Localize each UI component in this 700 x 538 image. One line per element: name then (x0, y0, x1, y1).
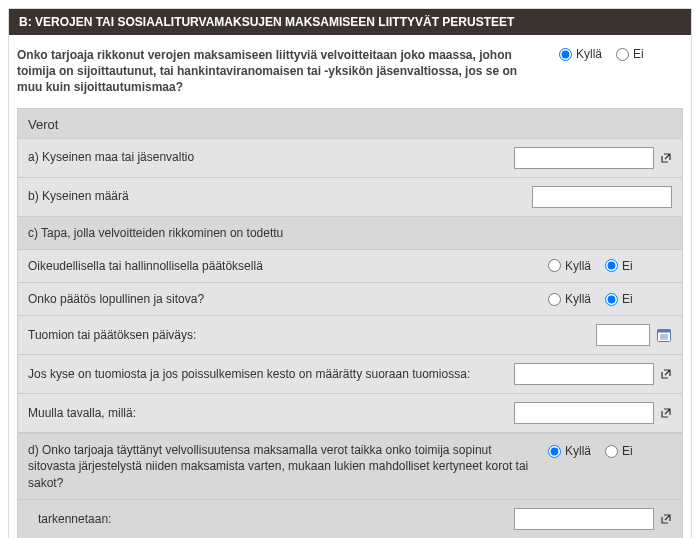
calendar-icon[interactable] (656, 327, 672, 343)
d-no-option[interactable]: Ei (605, 444, 633, 458)
amount-input[interactable] (532, 186, 672, 208)
row-c5-label: Muulla tavalla, millä: (28, 405, 502, 421)
row-a-label: a) Kyseinen maa tai jäsenvaltio (28, 149, 502, 165)
c2-yes-option[interactable]: Kyllä (548, 292, 591, 306)
row-c1-label: Oikeudellisella tai hallinnollisella pää… (28, 258, 536, 274)
top-yes-option[interactable]: Kyllä (559, 47, 602, 61)
c1-no-radio[interactable] (605, 259, 618, 272)
row-d: d) Onko tarjoaja täyttänyt velvollisuute… (18, 433, 682, 500)
top-question-row: Onko tarjoaja rikkonut verojen maksamise… (17, 43, 683, 108)
d-yes-radio[interactable] (548, 445, 561, 458)
row-d-label: d) Onko tarjoaja täyttänyt velvollisuute… (28, 442, 536, 491)
row-c4-control (514, 363, 672, 385)
row-c4-label: Jos kyse on tuomiosta ja jos poissulkemi… (28, 366, 502, 382)
section-panel: B: VEROJEN TAI SOSIAALITURVAMAKSUJEN MAK… (8, 8, 692, 538)
row-c3-control (596, 324, 672, 346)
top-no-option[interactable]: Ei (616, 47, 644, 61)
row-d-clarify-label: tarkennetaan: (28, 511, 502, 527)
row-a: a) Kyseinen maa tai jäsenvaltio (18, 139, 682, 178)
label-yes: Kyllä (565, 292, 591, 306)
c2-yes-radio[interactable] (548, 293, 561, 306)
d-yes-option[interactable]: Kyllä (548, 444, 591, 458)
row-c-header: c) Tapa, jolla velvoitteiden rikkominen … (18, 217, 682, 250)
row-c2-radios: Kyllä Ei (548, 292, 672, 306)
country-input[interactable] (514, 147, 654, 169)
row-c-header-label: c) Tapa, jolla velvoitteiden rikkominen … (28, 225, 672, 241)
other-way-input[interactable] (514, 402, 654, 424)
label-yes: Kyllä (565, 259, 591, 273)
label-no: Ei (622, 259, 633, 273)
row-b-label: b) Kyseinen määrä (28, 188, 520, 204)
top-question-radios: Kyllä Ei (559, 47, 683, 61)
clarify-input[interactable] (514, 508, 654, 530)
row-c2-label: Onko päätös lopullinen ja sitova? (28, 291, 536, 307)
d-no-radio[interactable] (605, 445, 618, 458)
row-c1: Oikeudellisella tai hallinnollisella pää… (18, 250, 682, 283)
label-yes: Kyllä (576, 47, 602, 61)
subpanel-title: Verot (18, 109, 682, 139)
row-d-clarify: tarkennetaan: (18, 500, 682, 538)
external-link-icon[interactable] (660, 152, 672, 164)
label-no: Ei (622, 444, 633, 458)
external-link-icon[interactable] (660, 407, 672, 419)
external-link-icon[interactable] (660, 368, 672, 380)
c1-yes-option[interactable]: Kyllä (548, 259, 591, 273)
row-b-control (532, 186, 672, 208)
taxes-subpanel: Verot a) Kyseinen maa tai jäsenvaltio b)… (17, 108, 683, 538)
label-no: Ei (622, 292, 633, 306)
c1-yes-radio[interactable] (548, 259, 561, 272)
label-yes: Kyllä (565, 444, 591, 458)
row-c4: Jos kyse on tuomiosta ja jos poissulkemi… (18, 355, 682, 394)
duration-input[interactable] (514, 363, 654, 385)
panel-body: Onko tarjoaja rikkonut verojen maksamise… (9, 35, 691, 538)
top-question-text: Onko tarjoaja rikkonut verojen maksamise… (17, 47, 559, 96)
panel-header: B: VEROJEN TAI SOSIAALITURVAMAKSUJEN MAK… (9, 9, 691, 35)
row-c3: Tuomion tai päätöksen päiväys: (18, 316, 682, 355)
row-c5-control (514, 402, 672, 424)
label-no: Ei (633, 47, 644, 61)
row-c5: Muulla tavalla, millä: (18, 394, 682, 433)
c1-no-option[interactable]: Ei (605, 259, 633, 273)
c2-no-radio[interactable] (605, 293, 618, 306)
row-b: b) Kyseinen määrä (18, 178, 682, 217)
c2-no-option[interactable]: Ei (605, 292, 633, 306)
row-d-clarify-control (514, 508, 672, 530)
row-d-radios: Kyllä Ei (548, 442, 672, 458)
top-yes-radio[interactable] (559, 48, 572, 61)
row-c1-radios: Kyllä Ei (548, 259, 672, 273)
top-no-radio[interactable] (616, 48, 629, 61)
row-c3-label: Tuomion tai päätöksen päiväys: (28, 327, 584, 343)
row-c2: Onko päätös lopullinen ja sitova? Kyllä … (18, 283, 682, 316)
svg-rect-1 (658, 330, 671, 333)
external-link-icon[interactable] (660, 513, 672, 525)
date-input[interactable] (596, 324, 650, 346)
row-a-control (514, 147, 672, 169)
